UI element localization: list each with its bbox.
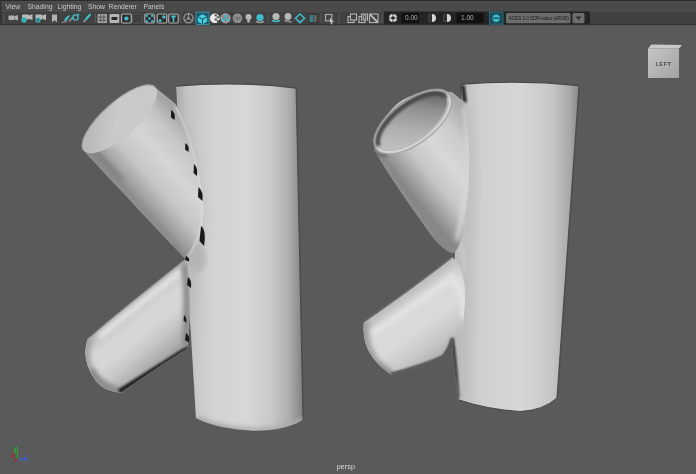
svg-text:Show: Show [88, 3, 105, 10]
svg-text:Renderer: Renderer [109, 3, 138, 10]
svg-text:LEFT: LEFT [655, 61, 671, 67]
svg-text:0.00: 0.00 [405, 14, 418, 21]
svg-text:Shading: Shading [28, 3, 53, 11]
svg-text:View: View [6, 3, 21, 10]
svg-text:1.00: 1.00 [461, 14, 474, 21]
svg-text:Panels: Panels [144, 3, 165, 10]
svg-text:x: x [11, 452, 15, 459]
svg-text:ACES 1.0 SDR-video (sRGB): ACES 1.0 SDR-video (sRGB) [509, 15, 570, 21]
svg-text:Lighting: Lighting [58, 3, 82, 11]
svg-text:persp: persp [337, 462, 356, 471]
